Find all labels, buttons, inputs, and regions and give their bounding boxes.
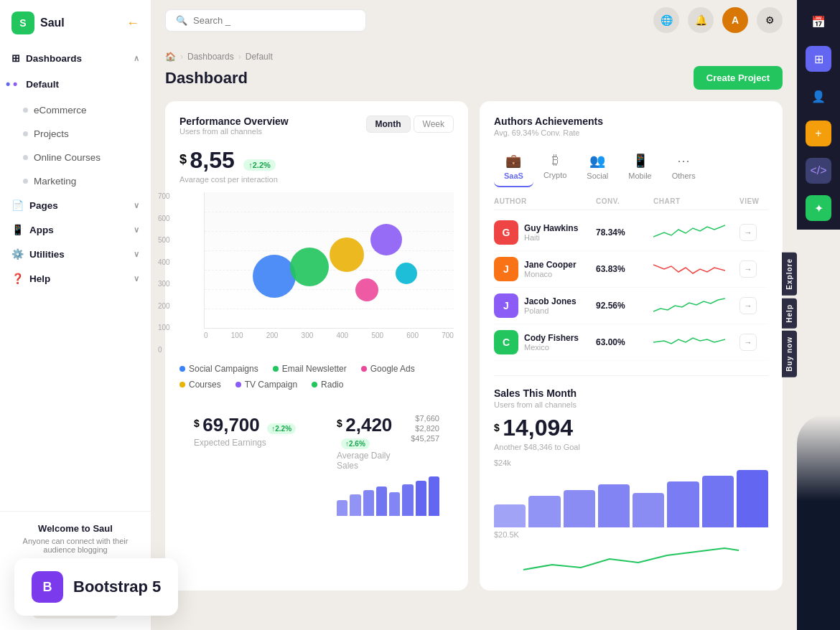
topbar-avatar[interactable]: A (722, 7, 748, 33)
sidebar-item-pages[interactable]: 📄 Pages ∨ (0, 193, 151, 217)
header-author: AUTHOR (494, 197, 596, 205)
sales-line-chart (494, 545, 768, 573)
saas-icon: 💼 (505, 153, 521, 169)
sidebar-item-marketing[interactable]: Marketing (0, 169, 151, 193)
sales-bar-7 (702, 476, 734, 527)
rp-profile-icon[interactable]: 👤 (806, 83, 831, 109)
cat-tab-crypto[interactable]: ₿ Crypto (533, 147, 577, 187)
sales-bar-2 (528, 496, 560, 527)
bubble-google (355, 278, 378, 301)
rp-calendar-icon[interactable]: 📅 (806, 9, 831, 34)
arrow-btn-2[interactable]: → (739, 260, 757, 278)
topbar-settings-icon[interactable]: ⚙ (757, 7, 783, 33)
marketing-dot (23, 179, 28, 184)
social-label: Social (587, 171, 608, 180)
rp-grid-icon[interactable]: ⊞ (806, 46, 831, 72)
rp-star-icon[interactable]: ✦ (806, 195, 831, 221)
topbar: 🔍 🌐 🔔 A ⚙ (151, 0, 797, 40)
bar-3 (363, 490, 374, 516)
legend-label-radio: Radio (321, 380, 343, 390)
tab-week[interactable]: Week (414, 116, 454, 133)
help-label[interactable]: Help (782, 298, 797, 329)
sidebar-item-help[interactable]: ❓ Help ∨ (0, 266, 151, 291)
rp-code-icon[interactable]: </> (806, 158, 831, 184)
mobile-label: Mobile (628, 171, 651, 180)
authors-sub: Avg. 69.34% Conv. Rate (494, 128, 768, 137)
page-title: Dashboard (165, 69, 248, 88)
amount-3: $45,257 (411, 434, 439, 443)
breadcrumb-current: Default (246, 52, 273, 62)
create-project-button[interactable]: Create Project (694, 66, 783, 90)
author-country-3: Poland (524, 306, 577, 315)
legend-label-email: Email Newsletter (282, 364, 347, 374)
pages-label: Pages (29, 200, 128, 211)
legend-google: Google Ads (361, 364, 415, 374)
sidebar-item-apps[interactable]: 📱 Apps ∨ (0, 217, 151, 242)
legend-dot-courses (179, 382, 185, 387)
breadcrumb-home[interactable]: 🏠 (165, 52, 176, 62)
projects-label: Projects (34, 128, 139, 139)
arrow-btn-4[interactable]: → (739, 334, 757, 351)
legend-radio: Radio (312, 380, 343, 390)
cat-tab-mobile[interactable]: 📱 Mobile (618, 147, 661, 187)
arrow-btn-1[interactable]: → (739, 224, 757, 241)
arrow-btn-3[interactable]: → (739, 297, 757, 314)
authors-title: Authors Achievements (494, 116, 768, 127)
sidebar-item-ecommerce[interactable]: eCommerce (0, 98, 151, 122)
pages-arrow: ∨ (134, 201, 139, 210)
avatar-4: C (494, 330, 518, 354)
stat-earnings: $ 69,700 ↑2.2% Expected Earnings (179, 401, 311, 529)
search-icon: 🔍 (176, 15, 187, 26)
header-chart: CHART (653, 197, 739, 205)
legend-dot-google (361, 366, 367, 372)
bubble-social (253, 255, 296, 298)
crypto-label: Crypto (543, 171, 566, 179)
x-axis-labels: 0100200300400500600700 (204, 329, 454, 339)
bootstrap-label: Bootstrap 5 (73, 578, 161, 596)
y-axis-labels: 7006005004003002001000 (158, 192, 170, 354)
sales-section: Sales This Month Users from all channels… (494, 375, 768, 576)
welcome-title: Welcome to Saul (11, 523, 139, 534)
sidebar-logo: S Saul ← (0, 0, 151, 43)
author-country-2: Monaco (524, 270, 577, 278)
cat-tab-others[interactable]: ⋯ Others (662, 147, 706, 187)
author-name-3: Jacob Jones (524, 296, 577, 306)
sidebar-item-online-courses[interactable]: Online Courses (0, 146, 151, 169)
table-row: J Jacob Jones Poland 92.56% (494, 288, 768, 324)
cat-tab-saas[interactable]: 💼 SaaS (494, 147, 533, 187)
sales-title: Sales This Month (494, 387, 768, 399)
online-courses-label: Online Courses (34, 152, 139, 163)
breadcrumb-dashboards[interactable]: Dashboards (187, 52, 234, 62)
tab-month[interactable]: Month (366, 116, 411, 133)
author-name-2: Jane Cooper (524, 260, 577, 270)
avatar-2: J (494, 257, 518, 281)
legend-dot-radio (312, 382, 317, 387)
table-row: C Cody Fishers Mexico 63.00% (494, 324, 768, 361)
sidebar-item-projects[interactable]: Projects (0, 122, 151, 146)
topbar-globe-icon[interactable]: 🌐 (653, 7, 679, 33)
search-input[interactable] (193, 15, 355, 26)
help-arrow: ∨ (134, 274, 139, 283)
rp-add-icon[interactable]: + (806, 121, 831, 146)
avatar-3: J (494, 293, 518, 318)
online-courses-dot (23, 155, 28, 160)
projects-dot (23, 131, 28, 136)
cat-tab-social[interactable]: 👥 Social (577, 147, 618, 187)
explore-label[interactable]: Explore (782, 253, 797, 296)
sidebar-item-default[interactable]: • Default (0, 70, 151, 98)
sidebar-item-utilities[interactable]: ⚙️ Utilities ∨ (0, 242, 151, 266)
sidebar-item-dashboards[interactable]: ⊞ Dashboards ∧ (0, 46, 151, 70)
buynow-label[interactable]: Buy now (782, 331, 797, 377)
legend-label-social: Social Campaigns (189, 364, 258, 374)
metric-badge: ↑2.2% (243, 159, 276, 171)
bar-4 (376, 486, 387, 516)
search-box[interactable]: 🔍 (165, 9, 366, 32)
outer-wrapper: 🔍 🌐 🔔 A ⚙ 🏠 › Dashboards › Default (151, 0, 840, 630)
topbar-bell-icon[interactable]: 🔔 (688, 7, 714, 33)
dashboards-label: Dashboards (26, 53, 128, 64)
author-conv-3: 92.56% (596, 301, 653, 311)
author-info-2: J Jane Cooper Monaco (494, 257, 596, 281)
content-grid: Performance Overview Users from all chan… (165, 101, 783, 591)
crypto-icon: ₿ (552, 153, 559, 168)
back-icon[interactable]: ← (126, 16, 139, 31)
